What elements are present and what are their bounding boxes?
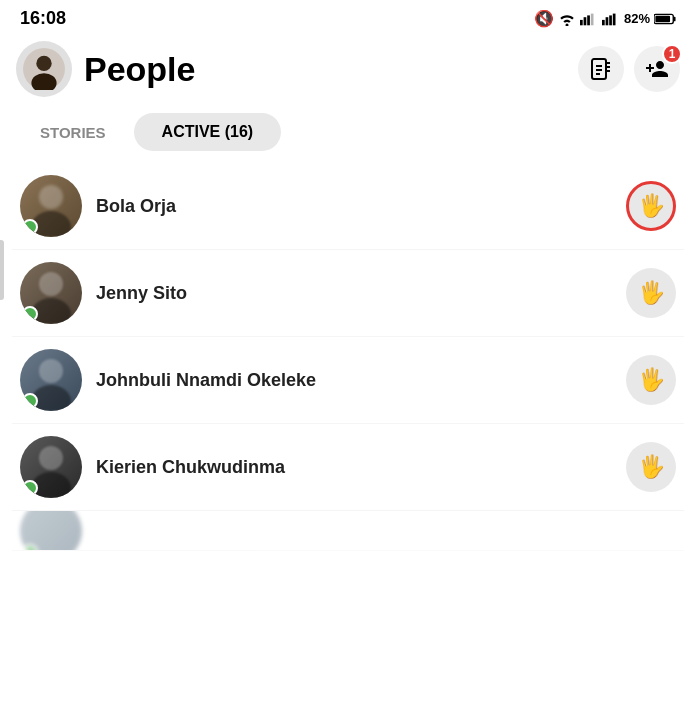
tabs-bar: STORIES ACTIVE (16) <box>0 109 696 163</box>
online-indicator <box>22 544 38 552</box>
contact-avatar-kierien[interactable] <box>20 436 82 498</box>
svg-point-24 <box>39 272 63 296</box>
svg-rect-8 <box>613 13 616 25</box>
contact-item: Kierien Chukwudinma 🖐 <box>12 424 684 511</box>
contact-name: Bola Orja <box>96 196 626 217</box>
contact-item: Bola Orja 🖐 <box>12 163 684 250</box>
svg-point-28 <box>39 446 63 470</box>
wave-button-johnbuli[interactable]: 🖐 <box>626 355 676 405</box>
svg-rect-11 <box>655 15 670 21</box>
battery-level: 82% <box>624 11 650 26</box>
wave-hand-icon: 🖐 <box>638 193 665 219</box>
online-indicator <box>22 306 38 322</box>
contact-avatar-bola[interactable] <box>20 175 82 237</box>
svg-point-0 <box>565 23 568 26</box>
wave-hand-icon: 🖐 <box>638 454 665 480</box>
status-time: 16:08 <box>20 8 66 29</box>
svg-rect-10 <box>673 16 675 21</box>
contacts-icon <box>589 57 613 81</box>
wave-button-kierien[interactable]: 🖐 <box>626 442 676 492</box>
header: People 1 <box>0 33 696 109</box>
online-indicator <box>22 480 38 496</box>
avatar-image <box>23 48 65 90</box>
tab-stories[interactable]: STORIES <box>24 116 122 149</box>
page-title: People <box>84 50 578 89</box>
contact-avatar-jenny[interactable] <box>20 262 82 324</box>
left-edge-indicator <box>0 240 4 300</box>
svg-point-22 <box>39 185 63 209</box>
mute-icon: 🔇 <box>534 9 554 28</box>
contact-name: Jenny Sito <box>96 283 626 304</box>
user-avatar[interactable] <box>16 41 72 97</box>
contact-item: Jenny Sito 🖐 <box>12 250 684 337</box>
online-indicator <box>22 219 38 235</box>
contact-name: Kierien Chukwudinma <box>96 457 626 478</box>
battery-icon <box>654 13 676 25</box>
tab-active[interactable]: ACTIVE (16) <box>134 113 282 151</box>
online-indicator <box>22 393 38 409</box>
contact-item <box>12 511 684 551</box>
wave-hand-icon: 🖐 <box>638 280 665 306</box>
svg-rect-5 <box>602 19 605 24</box>
wave-hand-icon: 🖐 <box>638 367 665 393</box>
svg-rect-1 <box>580 19 583 24</box>
contact-avatar-5[interactable] <box>20 511 82 551</box>
wave-button-jenny[interactable]: 🖐 <box>626 268 676 318</box>
svg-point-26 <box>39 359 63 383</box>
status-bar: 16:08 🔇 82% <box>0 0 696 33</box>
contacts-button[interactable] <box>578 46 624 92</box>
contact-name: Johnbuli Nnamdi Okeleke <box>96 370 626 391</box>
signal-icon <box>580 12 598 26</box>
wifi-icon <box>558 12 576 26</box>
contact-list: Bola Orja 🖐 Jenny Sito 🖐 <box>0 163 696 551</box>
add-person-button[interactable]: 1 <box>634 46 680 92</box>
contact-item: Johnbuli Nnamdi Okeleke 🖐 <box>12 337 684 424</box>
notification-badge: 1 <box>662 44 682 64</box>
status-icons: 🔇 82% <box>534 9 676 28</box>
svg-rect-2 <box>584 17 587 25</box>
svg-rect-3 <box>587 15 590 25</box>
svg-rect-7 <box>609 15 612 25</box>
svg-point-13 <box>36 56 51 71</box>
wave-button-bola[interactable]: 🖐 <box>626 181 676 231</box>
lte-signal-icon <box>602 12 620 26</box>
svg-rect-6 <box>606 17 609 25</box>
svg-rect-4 <box>591 13 594 25</box>
contact-avatar-johnbuli[interactable] <box>20 349 82 411</box>
header-actions: 1 <box>578 46 680 92</box>
